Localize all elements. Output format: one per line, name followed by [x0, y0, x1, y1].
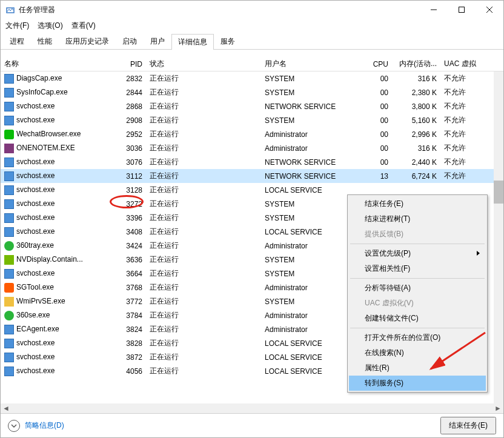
titlebar[interactable]: 任务管理器	[1, 1, 503, 19]
table-row[interactable]: svchost.exe2908正在运行SYSTEM005,160 K不允许	[1, 113, 503, 127]
col-pid[interactable]: PID	[110, 60, 146, 68]
process-pid: 3396	[110, 214, 146, 222]
process-pid: 2952	[110, 130, 146, 139]
process-cpu: 00	[364, 102, 392, 111]
svg-rect-0	[7, 8, 14, 13]
ctx-search[interactable]: 在线搜索(N)	[349, 345, 486, 360]
vertical-scrollbar[interactable]	[494, 71, 503, 403]
process-status: 正在运行	[146, 310, 261, 320]
process-mem: 5,160 K	[392, 116, 440, 125]
menu-view[interactable]: 查看(V)	[71, 21, 96, 31]
process-name: NVDisplay.Contain...	[16, 255, 83, 264]
col-uac[interactable]: UAC 虚拟	[440, 59, 489, 69]
process-user: SYSTEM	[261, 75, 364, 83]
maximize-button[interactable]	[448, 1, 476, 19]
process-mem: 2,996 K	[392, 130, 440, 139]
process-icon	[4, 297, 14, 307]
col-user[interactable]: 用户名	[261, 59, 364, 69]
process-icon	[4, 325, 14, 334]
ctx-goto-services[interactable]: 转到服务(S)	[349, 376, 486, 391]
process-icon	[4, 144, 14, 153]
table-row[interactable]: ONENOTEM.EXE3036正在运行Administrator00316 K…	[1, 141, 503, 155]
process-name: svchost.exe	[16, 199, 55, 208]
table-row[interactable]: DiagsCap.exe2832正在运行SYSTEM00316 K不允许	[1, 71, 503, 85]
process-icon	[4, 227, 14, 237]
process-uac: 不允许	[440, 129, 489, 139]
process-uac: 不允许	[440, 73, 489, 84]
process-pid: 3872	[110, 353, 146, 362]
scroll-left-icon[interactable]: ◄	[2, 404, 10, 413]
col-status[interactable]: 状态	[146, 59, 261, 69]
column-headers: 名称 PID 状态 用户名 CPU 内存(活动... UAC 虚拟	[1, 57, 503, 71]
table-row[interactable]: svchost.exe3112正在运行NETWORK SERVICE136,72…	[1, 169, 503, 183]
scrollbar-thumb[interactable]	[494, 181, 503, 204]
table-row[interactable]: svchost.exe3076正在运行NETWORK SERVICE002,44…	[1, 155, 503, 169]
process-name: svchost.exe	[16, 158, 55, 166]
ctx-affinity[interactable]: 设置相关性(F)	[349, 261, 486, 276]
process-icon	[4, 171, 14, 181]
process-icon	[4, 102, 14, 111]
process-status: 正在运行	[146, 352, 261, 362]
col-cpu[interactable]: CPU	[364, 60, 392, 68]
process-name: svchost.exe	[16, 269, 55, 277]
ctx-separator	[350, 244, 485, 244]
ctx-properties[interactable]: 属性(R)	[349, 360, 486, 376]
menu-options[interactable]: 选项(O)	[38, 21, 62, 31]
ctx-end-task[interactable]: 结束任务(E)	[349, 196, 486, 211]
process-pid: 3424	[110, 242, 146, 250]
minimize-button[interactable]	[420, 1, 448, 19]
process-status: 正在运行	[146, 241, 261, 251]
table-row[interactable]: svchost.exe2868正在运行NETWORK SERVICE003,80…	[1, 99, 503, 113]
context-menu: 结束任务(E) 结束进程树(T) 提供反馈(B) 设置优先级(P) 设置相关性(…	[347, 194, 488, 393]
process-mem: 6,724 K	[392, 172, 440, 181]
ctx-analyze[interactable]: 分析等待链(A)	[349, 280, 486, 296]
process-mem: 3,800 K	[392, 102, 440, 111]
menu-file[interactable]: 文件(F)	[5, 21, 29, 31]
process-mem: 316 K	[392, 144, 440, 153]
tab-6[interactable]: 服务	[214, 33, 242, 49]
process-mem: 316 K	[392, 75, 440, 83]
col-mem[interactable]: 内存(活动...	[392, 59, 440, 69]
process-status: 正在运行	[146, 129, 261, 139]
process-name: svchost.exe	[16, 171, 55, 180]
process-pid: 3076	[110, 158, 146, 167]
process-uac: 不允许	[440, 143, 489, 153]
tab-4[interactable]: 用户	[144, 33, 171, 49]
process-pid: 3824	[110, 325, 146, 334]
tab-3[interactable]: 启动	[116, 33, 144, 49]
process-cpu: 13	[364, 172, 392, 181]
process-pid: 3408	[110, 228, 146, 236]
horizontal-scrollbar[interactable]: ◄ ►	[1, 403, 503, 413]
ctx-dump[interactable]: 创建转储文件(C)	[349, 311, 486, 326]
end-task-button[interactable]: 结束任务(E)	[440, 417, 496, 434]
table-row[interactable]: SysInfoCap.exe2844正在运行SYSTEM002,380 K不允许	[1, 85, 503, 99]
process-status: 正在运行	[146, 101, 261, 111]
process-name: WmiPrvSE.exe	[16, 297, 65, 305]
process-name: WechatBrowser.exe	[16, 130, 81, 138]
process-icon	[4, 116, 14, 125]
tab-0[interactable]: 进程	[3, 33, 31, 49]
tab-5[interactable]: 详细信息	[171, 34, 214, 50]
process-mem: 2,440 K	[392, 158, 440, 167]
ctx-separator	[350, 328, 485, 328]
process-status: 正在运行	[146, 73, 261, 84]
process-status: 正在运行	[146, 254, 261, 265]
ctx-open-location[interactable]: 打开文件所在的位置(O)	[349, 330, 486, 345]
col-name[interactable]: 名称	[1, 59, 110, 69]
window-title: 任务管理器	[19, 5, 420, 15]
scroll-right-icon[interactable]: ►	[494, 404, 502, 413]
close-button[interactable]	[476, 1, 503, 19]
process-pid: 3112	[110, 172, 146, 181]
process-name: svchost.exe	[16, 353, 55, 361]
process-name: SysInfoCap.exe	[16, 88, 68, 96]
process-name: svchost.exe	[16, 227, 55, 236]
ctx-end-tree[interactable]: 结束进程树(T)	[349, 211, 486, 227]
tab-1[interactable]: 性能	[31, 33, 59, 49]
tab-2[interactable]: 应用历史记录	[59, 33, 116, 49]
ctx-priority[interactable]: 设置优先级(P)	[349, 246, 486, 261]
table-row[interactable]: WechatBrowser.exe2952正在运行Administrator00…	[1, 127, 503, 141]
process-pid: 3772	[110, 297, 146, 306]
process-cpu: 00	[364, 158, 392, 167]
fewer-details-link[interactable]: 简略信息(D)	[25, 420, 64, 431]
expand-button[interactable]	[8, 420, 20, 432]
